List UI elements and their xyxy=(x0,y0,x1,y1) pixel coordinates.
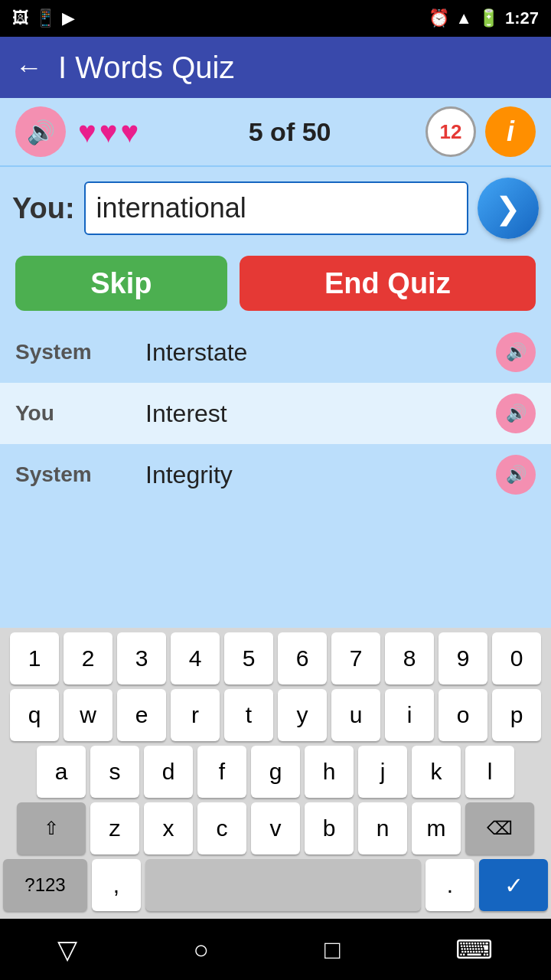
key-2[interactable]: 2 xyxy=(64,632,112,684)
key-h[interactable]: h xyxy=(305,746,354,798)
key-7[interactable]: 7 xyxy=(331,632,380,684)
key-m[interactable]: m xyxy=(412,802,461,854)
main-sound-button[interactable]: 🔊 xyxy=(15,106,66,157)
keyboard: 1 2 3 4 5 6 7 8 9 0 q w e r t y u i o p … xyxy=(0,628,551,919)
key-u[interactable]: u xyxy=(331,689,380,741)
key-6[interactable]: 6 xyxy=(278,632,327,684)
shift-key[interactable]: ⇧ xyxy=(17,802,86,854)
nav-back-icon[interactable]: ▽ xyxy=(57,934,77,965)
nav-home-icon[interactable]: ○ xyxy=(193,935,209,965)
symbols-key[interactable]: ?123 xyxy=(3,859,87,911)
key-z[interactable]: z xyxy=(90,802,139,854)
key-r[interactable]: r xyxy=(171,689,220,741)
quiz-content: 🔊 ♥ ♥ ♥ 5 of 50 12 i You: ❯ Skip End Qui… xyxy=(0,98,551,919)
timer-button[interactable]: 12 xyxy=(425,106,476,157)
keyboard-row-numbers: 1 2 3 4 5 6 7 8 9 0 xyxy=(3,632,548,684)
next-icon: ❯ xyxy=(495,191,521,226)
backspace-key[interactable]: ⌫ xyxy=(465,802,534,854)
hearts-container: ♥ ♥ ♥ xyxy=(78,115,139,149)
word-list: System Interstate 🔊 You Interest 🔊 Syste… xyxy=(0,322,551,628)
phone-icon: 📱 xyxy=(35,8,56,28)
key-g[interactable]: g xyxy=(251,746,300,798)
back-button[interactable]: ← xyxy=(15,51,43,83)
key-3[interactable]: 3 xyxy=(117,632,166,684)
key-w[interactable]: w xyxy=(64,689,112,741)
key-j[interactable]: j xyxy=(358,746,407,798)
keyboard-row-asdf: a s d f g h j k l xyxy=(3,746,548,798)
word-sound-button-1[interactable]: 🔊 xyxy=(496,394,536,433)
you-label: You: xyxy=(12,192,75,225)
skip-button[interactable]: Skip xyxy=(15,256,227,311)
status-left-icons: 🖼 📱 ▶ xyxy=(12,8,75,28)
word-row: You Interest 🔊 xyxy=(0,383,551,444)
word-row-word: Interest xyxy=(145,400,496,428)
key-x[interactable]: x xyxy=(144,802,193,854)
key-t[interactable]: t xyxy=(224,689,273,741)
info-icon: i xyxy=(507,116,514,148)
comma-key[interactable]: , xyxy=(92,859,141,911)
key-q[interactable]: q xyxy=(10,689,59,741)
nav-recent-icon[interactable]: □ xyxy=(324,935,341,965)
word-row: System Interstate 🔊 xyxy=(0,322,551,383)
key-8[interactable]: 8 xyxy=(385,632,434,684)
space-key[interactable] xyxy=(145,859,421,911)
word-input[interactable] xyxy=(84,181,468,235)
heart-2: ♥ xyxy=(99,115,118,149)
nav-keyboard-icon[interactable]: ⌨ xyxy=(455,934,493,965)
key-1[interactable]: 1 xyxy=(10,632,59,684)
key-i[interactable]: i xyxy=(385,689,434,741)
key-f[interactable]: f xyxy=(197,746,246,798)
word-sound-button-0[interactable]: 🔊 xyxy=(496,332,536,372)
key-9[interactable]: 9 xyxy=(439,632,487,684)
action-row: Skip End Quiz xyxy=(0,250,551,322)
word-row-type: System xyxy=(15,462,145,487)
status-right-icons: ⏰ ▲ 🔋 1:27 xyxy=(429,8,539,28)
key-c[interactable]: c xyxy=(197,802,246,854)
quiz-topbar: 🔊 ♥ ♥ ♥ 5 of 50 12 i xyxy=(0,98,551,167)
time-label: 1:27 xyxy=(505,8,539,28)
enter-key[interactable]: ✓ xyxy=(479,859,548,911)
progress-counter: 5 of 50 xyxy=(154,117,425,147)
word-row-type: System xyxy=(15,340,145,364)
word-row-word: Integrity xyxy=(145,461,496,489)
key-a[interactable]: a xyxy=(37,746,86,798)
key-e[interactable]: e xyxy=(117,689,166,741)
sound-icon-2: 🔊 xyxy=(506,465,527,485)
sound-icon-1: 🔊 xyxy=(506,403,527,423)
signal-icon: ▲ xyxy=(455,8,472,28)
keyboard-row-zxcv: ⇧ z x c v b n m ⌫ xyxy=(3,802,548,854)
keyboard-row-bottom: ?123 , . ✓ xyxy=(3,859,548,911)
nav-bar: ▽ ○ □ ⌨ xyxy=(0,919,551,980)
key-4[interactable]: 4 xyxy=(171,632,220,684)
key-5[interactable]: 5 xyxy=(224,632,273,684)
key-d[interactable]: d xyxy=(144,746,193,798)
key-o[interactable]: o xyxy=(439,689,487,741)
key-l[interactable]: l xyxy=(465,746,514,798)
key-s[interactable]: s xyxy=(90,746,139,798)
end-quiz-button[interactable]: End Quiz xyxy=(240,256,536,311)
word-row-type: You xyxy=(15,401,145,426)
word-row: System Integrity 🔊 xyxy=(0,444,551,505)
app-title: I Words Quiz xyxy=(58,51,234,85)
key-v[interactable]: v xyxy=(251,802,300,854)
period-key[interactable]: . xyxy=(425,859,474,911)
key-p[interactable]: p xyxy=(492,689,541,741)
key-y[interactable]: y xyxy=(278,689,327,741)
sound-icon-0: 🔊 xyxy=(506,342,527,362)
alarm-icon: ⏰ xyxy=(429,8,449,28)
sound-icon: 🔊 xyxy=(27,119,55,145)
word-row-word: Interstate xyxy=(145,338,496,367)
info-button[interactable]: i xyxy=(485,106,536,157)
key-n[interactable]: n xyxy=(358,802,407,854)
battery-icon: 🔋 xyxy=(478,8,499,28)
word-sound-button-2[interactable]: 🔊 xyxy=(496,455,536,495)
next-button[interactable]: ❯ xyxy=(478,178,539,239)
keyboard-row-qwerty: q w e r t y u i o p xyxy=(3,689,548,741)
app-bar: ← I Words Quiz xyxy=(0,37,551,98)
key-k[interactable]: k xyxy=(412,746,461,798)
key-0[interactable]: 0 xyxy=(492,632,541,684)
heart-3: ♥ xyxy=(121,115,139,149)
input-row: You: ❯ xyxy=(0,167,551,250)
heart-1: ♥ xyxy=(78,115,96,149)
key-b[interactable]: b xyxy=(305,802,354,854)
